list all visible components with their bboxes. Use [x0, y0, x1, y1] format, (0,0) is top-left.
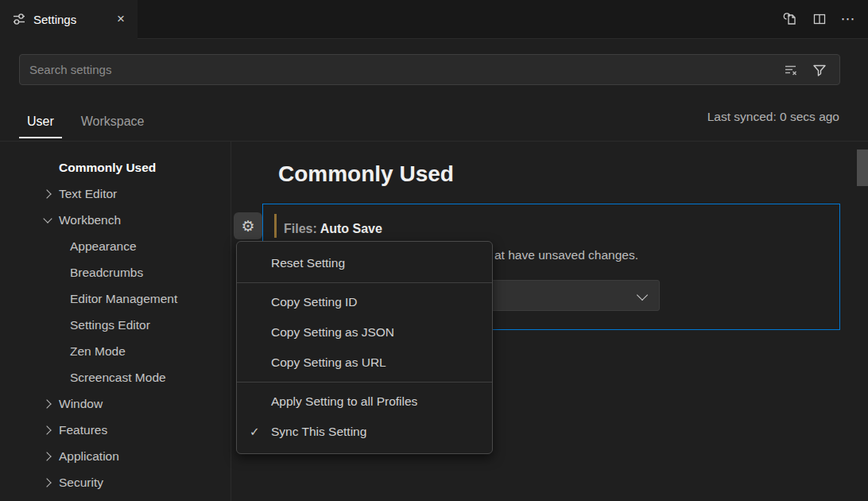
toc-item-application[interactable]: Application — [0, 443, 231, 469]
toc-item-label: Security — [59, 476, 103, 490]
menu-item-apply-setting-to-all-profiles[interactable]: Apply Setting to all Profiles — [237, 386, 492, 417]
toc-item-label: Settings Editor — [70, 318, 150, 332]
split-editor-button[interactable] — [808, 7, 831, 31]
menu-item-label: Apply Setting to all Profiles — [271, 394, 417, 409]
scope-tab-user[interactable]: User — [19, 107, 62, 138]
toc-item-label: Text Editor — [59, 187, 117, 201]
filter-settings-button[interactable] — [809, 60, 830, 80]
menu-item-label: Copy Setting as URL — [271, 355, 386, 370]
editor-tab-bar: Settings × ⋯ — [0, 0, 868, 38]
open-settings-json-button[interactable] — [779, 7, 803, 31]
toc-item-settings-editor[interactable]: Settings Editor — [0, 312, 231, 338]
chevron-right-icon — [41, 424, 54, 437]
menu-item-label: Sync This Setting — [271, 425, 366, 439]
toc-item-zen-mode[interactable]: Zen Mode — [0, 338, 231, 364]
menu-item-reset-setting[interactable]: Reset Setting — [237, 248, 492, 278]
editor-actions: ⋯ — [779, 0, 860, 38]
toc-item-commonly-used[interactable]: Commonly Used — [0, 154, 231, 181]
toc-item-label: Editor Management — [70, 292, 177, 306]
toc-item-window[interactable]: Window — [0, 390, 231, 417]
toc-item-workbench[interactable]: Workbench — [0, 207, 231, 233]
chevron-right-icon — [41, 398, 54, 410]
menu-item-label: Copy Setting ID — [271, 295, 358, 309]
setting-category-label: Files: — [284, 222, 320, 235]
scope-tab-workspace[interactable]: Workspace — [73, 107, 153, 138]
chevron-down-icon — [41, 214, 54, 227]
settings-search-box — [19, 54, 840, 85]
chevron-down-icon — [637, 290, 648, 301]
setting-context-menu: Reset SettingCopy Setting IDCopy Setting… — [236, 241, 493, 454]
open-settings-json-icon — [783, 11, 799, 27]
toc-item-breadcrumbs[interactable]: Breadcrumbs — [0, 259, 231, 285]
menu-item-label: Reset Setting — [271, 256, 345, 270]
menu-separator — [237, 282, 492, 283]
menu-item-label: Copy Setting as JSON — [271, 325, 394, 340]
toc-item-label: Application — [59, 449, 119, 464]
setting-gear-button[interactable]: ⚙ — [234, 212, 262, 239]
menu-separator — [237, 382, 492, 383]
scope-tabs: UserWorkspace — [19, 105, 164, 140]
setting-description: at have unsaved changes. — [494, 248, 638, 262]
toc-item-label: Features — [59, 423, 107, 437]
toc-item-label: Appearance — [70, 239, 137, 254]
check-icon: ✓ — [250, 425, 271, 439]
setting-name-label: Auto Save — [320, 222, 382, 235]
menu-item-copy-setting-id[interactable]: Copy Setting ID — [237, 287, 492, 317]
more-actions-button[interactable]: ⋯ — [836, 7, 860, 31]
toc-item-text-editor[interactable]: Text Editor — [0, 181, 231, 207]
close-tab-icon[interactable]: × — [112, 10, 130, 28]
chevron-right-icon — [41, 476, 54, 489]
search-input[interactable] — [29, 63, 781, 76]
toc-item-appearance[interactable]: Appearance — [0, 233, 231, 259]
toc-item-label: Breadcrumbs — [70, 266, 143, 280]
toc-item-features[interactable]: Features — [0, 417, 231, 443]
page-title: Commonly Used — [278, 161, 454, 187]
menu-item-copy-setting-as-json[interactable]: Copy Setting as JSON — [237, 317, 492, 348]
setting-title: Files: Auto Save — [284, 222, 382, 236]
vertical-scrollbar-thumb[interactable] — [857, 150, 868, 186]
tabbar-bottom-border — [138, 38, 868, 39]
menu-item-sync-this-setting[interactable]: ✓Sync This Setting — [237, 417, 492, 447]
toc-item-label: Workbench — [59, 213, 121, 227]
modified-indicator — [274, 214, 277, 238]
clear-search-input-icon — [783, 62, 799, 78]
toc-item-screencast-mode[interactable]: Screencast Mode — [0, 364, 231, 390]
chevron-right-icon — [41, 450, 54, 463]
more-actions-icon: ⋯ — [841, 10, 856, 28]
toc-item-editor-management[interactable]: Editor Management — [0, 285, 231, 312]
tab-settings[interactable]: Settings × — [0, 0, 138, 38]
menu-item-copy-setting-as-url[interactable]: Copy Setting as URL — [237, 348, 492, 378]
last-synced-label: Last synced: 0 secs ago — [707, 110, 839, 124]
split-editor-icon — [812, 11, 827, 27]
toc-item-label: Window — [59, 397, 103, 411]
clear-search-input-button[interactable] — [781, 60, 801, 80]
toc-item-label: Commonly Used — [59, 161, 156, 175]
settings-sliders-icon — [11, 11, 27, 27]
toc-item-label: Screencast Mode — [70, 371, 166, 385]
tab-title: Settings — [33, 13, 76, 26]
chevron-right-icon — [41, 188, 54, 200]
filter-settings-icon — [812, 62, 827, 78]
settings-toc: Commonly UsedText EditorWorkbenchAppeara… — [0, 142, 231, 501]
toc-item-security[interactable]: Security — [0, 469, 231, 495]
toc-item-label: Zen Mode — [70, 344, 126, 359]
